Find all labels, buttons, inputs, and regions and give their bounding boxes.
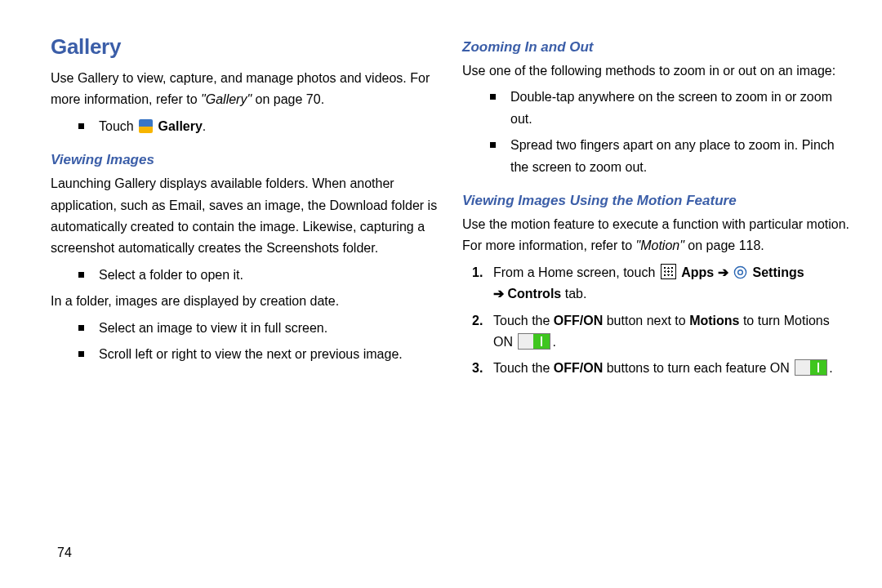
left-column: Gallery Use Gallery to view, capture, an… (51, 34, 441, 385)
bullet-scroll: Scroll left or right to view the next or… (78, 344, 441, 365)
bullet-doubletap-text: Double-tap anywhere on the screen to zoo… (510, 87, 853, 130)
gallery-icon (139, 119, 153, 133)
step-1-text: From a Home screen, touch Apps ➔ Setting… (493, 262, 804, 305)
gallery-heading: Gallery (51, 34, 441, 60)
bullet-touch-gallery-text: Touch Gallery. (99, 116, 206, 137)
toggle-on-icon (518, 333, 550, 350)
touch-post: . (203, 119, 206, 133)
bullet-select-folder-text: Select a folder to open it. (99, 265, 243, 286)
step2-mid: button next to (603, 314, 689, 327)
gallery-intro: Use Gallery to view, capture, and manage… (51, 68, 441, 111)
step2-end: . (552, 335, 555, 349)
two-column-layout: Gallery Use Gallery to view, capture, an… (51, 34, 853, 385)
zooming-intro: Use one of the following methods to zoom… (462, 60, 853, 82)
page-number: 74 (57, 546, 72, 560)
motion-intro-after: on page 118. (684, 238, 764, 252)
bullet-scroll-text: Scroll left or right to view the next or… (99, 344, 403, 365)
right-column: Zooming In and Out Use one of the follow… (462, 34, 853, 385)
gallery-intro-after: on page 70. (252, 92, 324, 106)
svg-point-1 (738, 270, 743, 274)
step-2: 2. Touch the OFF/ON button next to Motio… (472, 310, 853, 354)
viewing-images-heading: Viewing Images (51, 152, 441, 168)
folder-date-note: In a folder, images are displayed by cre… (51, 291, 441, 312)
offon-label: OFF/ON (554, 314, 603, 327)
bullet-select-folder: Select a folder to open it. (78, 265, 441, 286)
gallery-ref: "Gallery" (201, 92, 252, 106)
step-2-text: Touch the OFF/ON button next to Motions … (493, 310, 853, 354)
apps-icon (661, 264, 676, 279)
viewing-images-body: Launching Gallery displays available fol… (51, 173, 441, 260)
toggle-on-icon (795, 359, 827, 376)
square-bullet-icon (78, 351, 84, 357)
step-3: 3. Touch the OFF/ON buttons to turn each… (472, 358, 853, 379)
svg-point-0 (735, 266, 746, 278)
arrow-icon: ➔ (493, 287, 507, 301)
touch-pre: Touch (99, 119, 137, 133)
square-bullet-icon (78, 123, 84, 129)
motion-intro: Use the motion feature to execute a func… (462, 214, 853, 257)
square-bullet-icon (78, 272, 84, 278)
bullet-pinch: Spread two fingers apart on any place to… (490, 135, 853, 178)
manual-page: Gallery Use Gallery to view, capture, an… (0, 0, 882, 588)
motions-label: Motions (689, 314, 739, 327)
step-1: 1. From a Home screen, touch Apps ➔ Sett… (472, 262, 853, 305)
bullet-pinch-text: Spread two fingers apart on any place to… (510, 135, 853, 178)
bullet-touch-gallery: Touch Gallery. (78, 116, 441, 137)
motion-ref: "Motion" (636, 238, 684, 252)
zooming-heading: Zooming In and Out (462, 39, 853, 56)
step3-end: . (829, 361, 832, 375)
step-2-number: 2. (472, 310, 493, 332)
gallery-label: Gallery (158, 119, 203, 133)
motion-heading: Viewing Images Using the Motion Feature (462, 193, 853, 209)
settings-label: Settings (753, 265, 804, 279)
square-bullet-icon (78, 325, 84, 331)
step3-pre: Touch the (493, 361, 554, 375)
bullet-doubletap: Double-tap anywhere on the screen to zoo… (490, 87, 853, 130)
step-3-number: 3. (472, 358, 493, 379)
step-1-number: 1. (472, 262, 493, 283)
square-bullet-icon (490, 142, 496, 148)
offon-label: OFF/ON (554, 361, 603, 375)
settings-icon (733, 265, 747, 279)
step-3-text: Touch the OFF/ON buttons to turn each fe… (493, 358, 833, 379)
bullet-select-image-text: Select an image to view it in full scree… (99, 318, 327, 339)
step1-post: tab. (561, 287, 586, 301)
step2-pre: Touch the (493, 314, 554, 327)
step1-pre: From a Home screen, touch (493, 265, 659, 279)
bullet-select-image: Select an image to view it in full scree… (78, 318, 441, 339)
apps-label: Apps (681, 265, 714, 279)
step3-post: buttons to turn each feature ON (603, 361, 793, 375)
arrow-icon: ➔ (714, 265, 732, 279)
controls-label: Controls (507, 287, 561, 301)
square-bullet-icon (490, 94, 496, 100)
